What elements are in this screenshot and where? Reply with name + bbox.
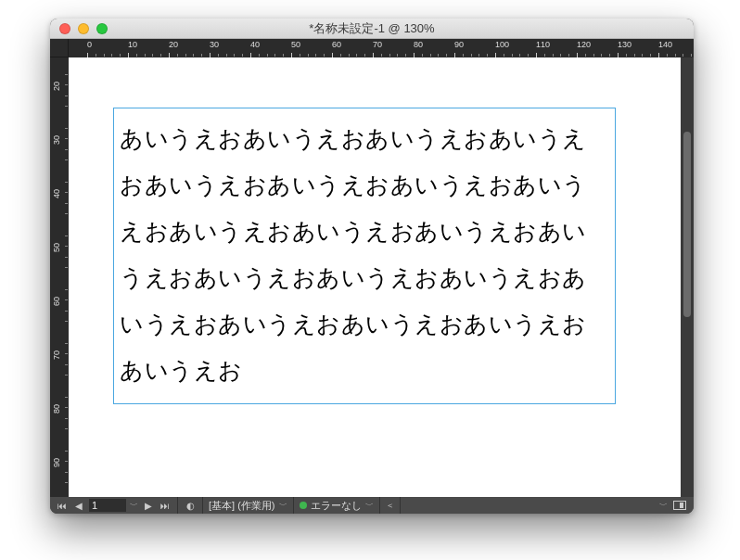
ruler-vertical[interactable]: 2030405060708090	[50, 57, 69, 497]
ruler-origin[interactable]	[50, 39, 69, 57]
ruler-h-label: 100	[495, 40, 523, 49]
style-text: [基本] (作業用)	[209, 499, 275, 513]
text-content[interactable]: あいうえおあいうえおあいうえおあいうえおあいうえおあいうえおあいうえおあいうえお…	[114, 108, 615, 394]
titlebar: *名称未設定-1 @ 130%	[50, 19, 694, 39]
minimize-icon[interactable]	[78, 23, 89, 34]
prev-page-icon[interactable]: ◀	[72, 499, 85, 512]
ruler-h-label: 110	[536, 40, 564, 49]
style-label[interactable]: [基本] (作業用) ﹀	[203, 497, 294, 514]
ruler-h-label: 90	[454, 40, 482, 49]
ruler-h-label: 0	[87, 40, 115, 49]
open-dialog-button[interactable]: ◐	[178, 497, 203, 514]
traffic-lights	[50, 23, 108, 34]
zoom-icon[interactable]	[96, 23, 108, 34]
ruler-h-label: 50	[291, 40, 319, 49]
canvas[interactable]: あいうえおあいうえおあいうえおあいうえおあいうえおあいうえおあいうえおあいうえお…	[69, 57, 681, 497]
ruler-v-label: 50	[52, 224, 61, 252]
first-page-icon[interactable]: ⏮	[56, 499, 69, 512]
error-label: エラーなし	[311, 499, 362, 513]
ruler-h-label: 60	[332, 40, 360, 49]
dialog-icon: ◐	[184, 499, 197, 512]
ruler-horizontal[interactable]: 0102030405060708090100110120130140150	[69, 39, 694, 57]
scrollbar-vertical[interactable]	[681, 57, 694, 497]
ruler-h-label: 140	[658, 40, 686, 49]
text-frame[interactable]: あいうえおあいうえおあいうえおあいうえおあいうえおあいうえおあいうえおあいうえお…	[113, 108, 616, 404]
screen-mode-icon[interactable]	[673, 501, 686, 510]
workspace: 0102030405060708090100110120130140150 20…	[50, 39, 694, 497]
next-page-icon[interactable]: ▶	[142, 499, 155, 512]
page-number-input[interactable]	[89, 499, 126, 512]
ruler-v-label: 90	[52, 439, 61, 467]
ruler-h-label: 120	[577, 40, 605, 49]
ruler-v-label: 60	[52, 278, 61, 306]
ruler-v-label: 40	[52, 171, 61, 198]
window-title: *名称未設定-1 @ 130%	[50, 20, 694, 37]
ruler-h-label: 70	[373, 40, 401, 49]
app-window: *名称未設定-1 @ 130% 010203040506070809010011…	[50, 19, 694, 514]
page-nav: ⏮ ◀ ﹀ ▶ ⏭	[50, 497, 178, 514]
preflight-dropdown-icon[interactable]: ﹀	[365, 500, 374, 512]
ruler-v-label: 70	[52, 332, 61, 360]
last-page-icon[interactable]: ⏭	[159, 499, 172, 512]
ruler-h-label: 80	[414, 40, 441, 49]
preflight-status[interactable]: エラーなし ﹀	[294, 497, 380, 514]
ruler-v-label: 30	[52, 117, 61, 145]
scrollbar-thumb[interactable]	[683, 132, 691, 317]
preflight-menu-icon: ＜	[386, 500, 394, 512]
style-dropdown-icon[interactable]: ﹀	[279, 500, 287, 512]
ruler-v-label: 20	[52, 63, 61, 91]
page-dropdown-icon[interactable]: ﹀	[130, 500, 138, 512]
statusbar-more-icon[interactable]: ﹀	[659, 500, 668, 512]
preflight-menu[interactable]: ＜	[380, 497, 401, 514]
close-icon[interactable]	[59, 23, 70, 34]
statusbar: ⏮ ◀ ﹀ ▶ ⏭ ◐ [基本] (作業用) ﹀ エラーなし ﹀ ＜ ﹀	[50, 497, 694, 514]
ruler-h-label: 20	[169, 40, 197, 49]
ruler-h-label: 10	[128, 40, 156, 49]
ruler-v-label: 80	[52, 386, 61, 414]
ruler-h-label: 30	[210, 40, 237, 49]
ruler-h-label: 130	[618, 40, 645, 49]
ruler-h-label: 40	[250, 40, 278, 49]
status-ok-icon	[300, 502, 307, 509]
